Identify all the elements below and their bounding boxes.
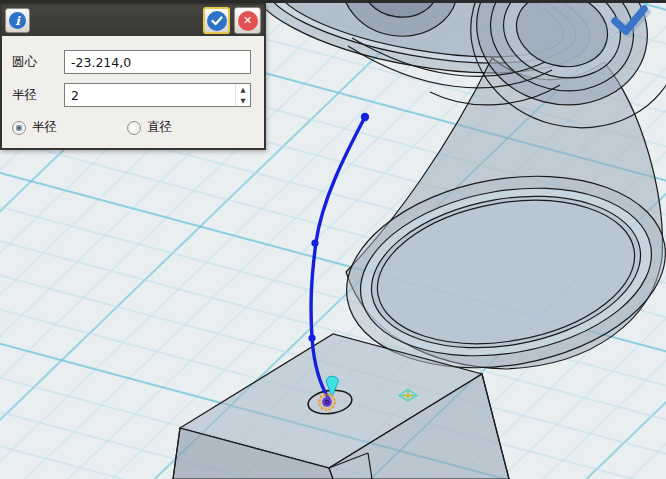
dialog-body: 圆心 半径 ▲ ▼ 半径 <box>2 36 264 148</box>
center-point-label: 圆心 <box>12 54 64 71</box>
app-window: i ✕ 圆心 半径 <box>0 0 666 479</box>
radio-diameter-label: 直径 <box>147 119 172 136</box>
radius-label: 半径 <box>12 87 64 104</box>
circle-edit-dialog: i ✕ 圆心 半径 <box>0 3 266 150</box>
radio-radius-label: 半径 <box>32 119 57 136</box>
spline-endpoint[interactable] <box>361 113 369 121</box>
circle-center-marker[interactable] <box>319 394 335 410</box>
radius-spinner: ▲ ▼ <box>235 84 250 106</box>
info-button[interactable]: i <box>5 8 30 33</box>
spline-fit-point[interactable] <box>311 239 318 246</box>
dialog-titlebar[interactable]: i ✕ <box>2 5 264 36</box>
ok-button[interactable] <box>203 7 230 34</box>
spline-fit-point[interactable] <box>308 334 315 341</box>
radio-diameter-button[interactable] <box>127 121 141 135</box>
radio-radius-button[interactable] <box>12 121 26 135</box>
radius-input[interactable] <box>64 83 251 107</box>
radius-diameter-options: 半径 直径 <box>12 119 251 136</box>
radio-option-radius[interactable]: 半径 <box>12 119 57 136</box>
info-icon: i <box>9 12 26 29</box>
radio-option-diameter[interactable]: 直径 <box>127 119 172 136</box>
radius-row: 半径 ▲ ▼ <box>12 83 251 107</box>
ok-check-icon <box>207 11 227 31</box>
center-point-row: 圆心 <box>12 50 251 74</box>
spinner-down-icon[interactable]: ▼ <box>236 95 250 106</box>
spinner-up-icon[interactable]: ▲ <box>236 84 250 95</box>
cancel-button[interactable]: ✕ <box>234 7 261 34</box>
cancel-x-icon: ✕ <box>238 11 258 31</box>
center-point-input[interactable] <box>64 50 251 74</box>
